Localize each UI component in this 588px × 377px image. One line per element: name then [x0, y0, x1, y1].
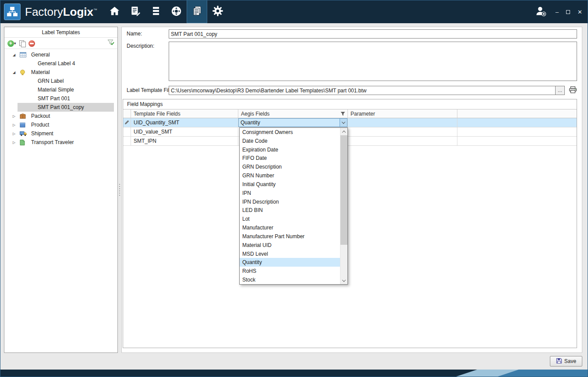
filter-check-icon	[107, 39, 114, 47]
chevron-up-icon	[342, 130, 346, 134]
action-strip: Save	[0, 353, 588, 370]
aegis-field-cell: Quantity	[238, 118, 348, 127]
nav-home[interactable]	[104, 0, 125, 23]
packout-category-icon	[20, 113, 27, 119]
tree-group-label: Packout	[31, 113, 50, 119]
tree-group-product[interactable]: ▷ Product	[4, 120, 117, 129]
dropdown-item-selected[interactable]: Quantity	[240, 258, 340, 267]
file-label: Label Template File:	[127, 86, 169, 95]
browse-button[interactable]: …	[556, 86, 565, 95]
dropdown-item[interactable]: RoHS	[240, 267, 340, 275]
parameter-cell[interactable]	[348, 118, 457, 127]
user-x-icon	[535, 5, 547, 19]
description-input[interactable]	[169, 42, 577, 81]
user-logout-button[interactable]	[535, 5, 547, 19]
delete-template-button[interactable]	[28, 40, 35, 47]
add-dropdown-caret-icon[interactable]: ▾	[14, 41, 16, 46]
dropdown-item[interactable]: Stock	[240, 275, 340, 284]
name-input[interactable]	[169, 29, 577, 39]
dropdown-scrollbar[interactable]	[340, 128, 347, 284]
footer-bar	[0, 370, 588, 377]
nav-settings[interactable]	[207, 0, 228, 23]
copy-template-button[interactable]	[19, 40, 25, 47]
dropdown-item[interactable]: Manufacturer Part Number	[240, 232, 340, 241]
template-field-cell[interactable]: SMT_IPN	[131, 137, 238, 145]
dropdown-item[interactable]: Manufacturer	[240, 223, 340, 232]
parameter-cell[interactable]	[348, 137, 457, 145]
expander-collapsed-icon[interactable]: ▷	[11, 132, 17, 136]
template-field-cell[interactable]: UID_Quantity_SMT	[131, 118, 238, 127]
tree-item-grn-label[interactable]: GRN Label	[4, 77, 117, 85]
combobox-dropdown-button[interactable]	[340, 119, 347, 127]
maximize-icon	[566, 10, 570, 14]
factorylogix-logo-icon	[4, 4, 21, 20]
parameter-cell[interactable]	[348, 127, 457, 136]
col-template-file-fields[interactable]: Template File Fields	[131, 109, 238, 118]
tree-item-label: GRN Label	[38, 78, 64, 84]
tree-group-material[interactable]: ◢ Material	[4, 68, 117, 77]
col-parameter[interactable]: Parameter	[348, 109, 457, 118]
dropdown-item[interactable]: Material UID	[240, 241, 340, 250]
mapping-row-3[interactable]: SMT_IPN	[123, 137, 577, 146]
expander-collapsed-icon[interactable]: ▷	[11, 123, 17, 127]
save-button[interactable]: Save	[550, 356, 582, 366]
row-selector-header	[123, 109, 131, 118]
nav-label-templates[interactable]	[187, 0, 207, 23]
filter-button[interactable]	[107, 39, 114, 47]
name-row: Name:	[123, 29, 577, 39]
column-filter-icon[interactable]	[340, 112, 345, 116]
scroll-down-button[interactable]	[340, 277, 347, 284]
dropdown-item[interactable]: Consignment Owners	[240, 128, 340, 137]
dropdown-item[interactable]: FIFO Date	[240, 154, 340, 162]
scroll-up-button[interactable]	[340, 128, 347, 135]
tree-item-smt-part-001-copy-selected[interactable]: SMT Part 001_copy	[18, 103, 114, 112]
expander-collapsed-icon[interactable]: ▷	[11, 114, 17, 118]
dropdown-item[interactable]: MSD Level	[240, 250, 340, 258]
panel-splitter[interactable]	[118, 27, 121, 353]
printer-icon	[569, 86, 577, 95]
file-path-input[interactable]	[169, 86, 556, 95]
tree-item-smt-part-001[interactable]: SMT Part 001	[4, 94, 117, 103]
tree-group-general[interactable]: ◢ General	[4, 50, 117, 59]
add-icon: +	[7, 40, 14, 47]
dropdown-item[interactable]: IPN	[240, 189, 340, 197]
tree-item-material-simple[interactable]: Material Simple	[4, 85, 117, 94]
filler-cell	[457, 137, 577, 145]
nav-materials[interactable]	[145, 0, 166, 23]
expander-expanded-icon[interactable]: ◢	[11, 53, 17, 57]
tree-item-general-label-4[interactable]: General Label 4	[4, 59, 117, 68]
scrollbar-thumb[interactable]	[340, 135, 347, 245]
expander-expanded-icon[interactable]: ◢	[11, 70, 17, 74]
nav-navigator[interactable]	[166, 0, 187, 23]
expander-collapsed-icon[interactable]: ▷	[11, 141, 17, 144]
mapping-row-1-selected[interactable]: UID_Quantity_SMT Quantity	[123, 118, 577, 127]
tree-group-shipment[interactable]: ▷ Shipment	[4, 129, 117, 138]
minimize-button[interactable]: –	[556, 9, 559, 15]
dropdown-item[interactable]: Lot	[240, 215, 340, 223]
description-label: Description:	[127, 42, 169, 81]
nav-worksheet[interactable]	[125, 0, 145, 23]
template-field-cell[interactable]: UID_value_SMT	[131, 127, 238, 136]
dropdown-item[interactable]: Initial Quantity	[240, 180, 340, 189]
mappings-header-row: Template File Fields Aegis Fields Parame…	[123, 109, 577, 118]
dropdown-item[interactable]: GRN Description	[240, 162, 340, 171]
mapping-row-2[interactable]: UID_value_SMT	[123, 127, 577, 137]
col-aegis-fields[interactable]: Aegis Fields	[238, 109, 348, 118]
gear-icon	[212, 5, 224, 19]
close-button[interactable]: ✕	[577, 9, 582, 15]
print-button[interactable]	[569, 86, 577, 95]
dropdown-item[interactable]: Date Code	[240, 137, 340, 145]
dropdown-item[interactable]: IPN Description	[240, 197, 340, 206]
maximize-button[interactable]	[566, 9, 570, 15]
tree-group-packout[interactable]: ▷ Packout	[4, 112, 117, 120]
dropdown-item[interactable]: GRN Number	[240, 171, 340, 180]
tree-group-transport-traveler[interactable]: ▷ Transport Traveler	[4, 138, 117, 147]
edit-row-indicator	[123, 118, 131, 127]
row-selector-cell	[123, 137, 131, 145]
tree-item-label: General Label 4	[38, 60, 75, 67]
aegis-field-combobox[interactable]: Quantity	[238, 118, 347, 127]
dropdown-item[interactable]: LED BIN	[240, 206, 340, 215]
add-template-button[interactable]: + ▾	[7, 40, 16, 47]
dropdown-item[interactable]: Expiration Date	[240, 145, 340, 154]
label-templates-tree: ◢ General General Label 4 ◢	[4, 49, 117, 352]
